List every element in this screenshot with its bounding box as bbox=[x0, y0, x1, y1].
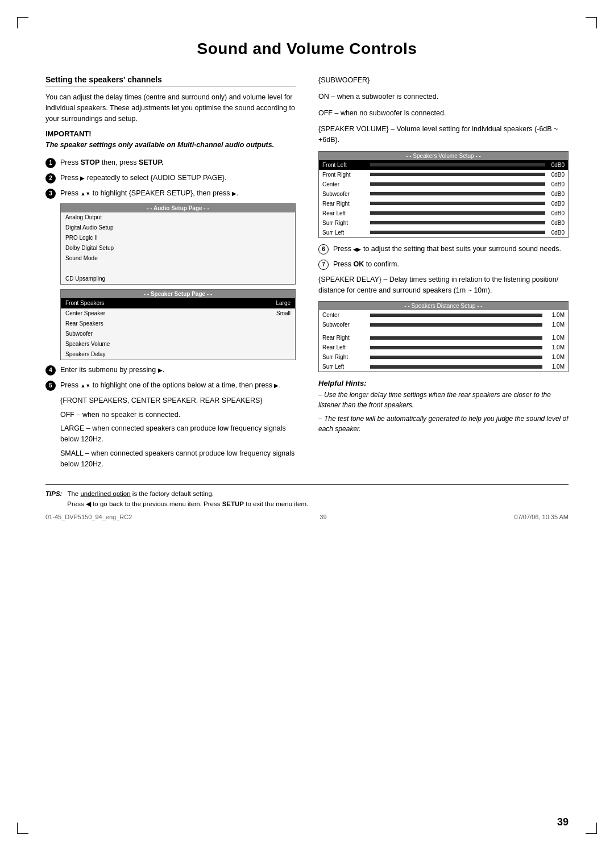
menu-blank bbox=[61, 264, 295, 274]
page-title: Sound and Volume Controls bbox=[45, 40, 569, 58]
step-1: 1 Press STOP then, press SETUP. bbox=[45, 157, 296, 168]
dist-row-center: Center 1.0M bbox=[319, 310, 568, 320]
helpful-hints-section: Helpful Hints: – Use the longer delay ti… bbox=[318, 379, 569, 434]
section-heading: Setting the speakers' channels bbox=[45, 75, 296, 86]
step-num-2: 2 bbox=[45, 173, 56, 183]
step-6: 6 Press to adjust the setting that best … bbox=[318, 244, 569, 254]
menu-sound-mode: Sound Mode bbox=[61, 253, 295, 264]
step-7: 7 Press OK to confirm. bbox=[318, 259, 569, 270]
front-speakers-heading: {FRONT SPEAKERS, CENTER SPEAKER, REAR SP… bbox=[60, 395, 296, 406]
left-column: Setting the speakers' channels You can a… bbox=[45, 75, 296, 473]
step-num-3: 3 bbox=[45, 189, 56, 199]
menu-cd-upsampling: CD Upsampling bbox=[61, 274, 295, 284]
step-3: 3 Press to highlight {SPEAKER SETUP}, th… bbox=[45, 188, 296, 199]
corner-mark-tl bbox=[17, 17, 28, 28]
vol-row-subwoofer: Subwoofer 0dB0 bbox=[319, 189, 568, 199]
front-speakers-off: OFF – when no speaker is connected. bbox=[60, 410, 296, 420]
speaker-delay-text: {SPEAKER DELAY} – Delay times setting in… bbox=[318, 274, 569, 296]
menu-subwoofer: Subwoofer bbox=[61, 329, 295, 339]
tips-bar: TIPS: The underlined option is the facto… bbox=[45, 484, 569, 509]
menu-front-speakers: Front Speakers Large bbox=[61, 298, 295, 308]
subwoofer-off: OFF – when no subwoofer is connected. bbox=[318, 108, 569, 119]
footer: 01-45_DVP5150_94_eng_RC2 39 07/07/06, 10… bbox=[45, 514, 569, 520]
speaker-setup-header: - - Speaker Setup Page - - bbox=[61, 290, 295, 298]
speakers-distance-header: - - Speakers Distance Setup - - bbox=[319, 302, 568, 310]
dist-row-rear-left: Rear Left 1.0M bbox=[319, 343, 568, 352]
step-5-content: Press to highlight one of the options be… bbox=[60, 380, 296, 391]
dist-row-subwoofer: Subwoofer 1.0M bbox=[319, 320, 568, 329]
vol-row-surr-left: Surr Left 0dB0 bbox=[319, 228, 568, 237]
page-number: 39 bbox=[557, 816, 569, 828]
right-column: {SUBWOOFER} ON – when a subwoofer is con… bbox=[318, 75, 569, 434]
footer-center: 39 bbox=[320, 514, 326, 520]
step-num-1: 1 bbox=[45, 158, 56, 168]
step-num-5: 5 bbox=[45, 381, 56, 391]
menu-rear-speakers: Rear Speakers bbox=[61, 319, 295, 329]
important-text: The speaker settings only available on M… bbox=[45, 140, 296, 151]
helpful-hints-label: Helpful Hints: bbox=[318, 379, 569, 387]
step-num-6: 6 bbox=[318, 244, 329, 254]
speakers-volume-header: - - Speakers Volume Setup - - bbox=[319, 152, 568, 160]
menu-dolby: Dolby Digital Setup bbox=[61, 243, 295, 253]
speaker-volume-text: {SPEAKER VOLUME} – Volume level setting … bbox=[318, 124, 569, 145]
vol-row-front-right: Front Right 0dB0 bbox=[319, 170, 568, 180]
speakers-volume-table: - - Speakers Volume Setup - - Front Left… bbox=[318, 151, 569, 238]
helpful-hint-1: – Use the longer delay time settings whe… bbox=[318, 390, 569, 410]
step-4-content: Enter its submenu by pressing . bbox=[60, 365, 296, 375]
menu-analog-output: Analog Output bbox=[61, 212, 295, 223]
corner-mark-bl bbox=[17, 823, 28, 834]
step-2: 2 Press repeatedly to select {AUDIO SETU… bbox=[45, 173, 296, 183]
dist-row-rear-right: Rear Right 1.0M bbox=[319, 333, 568, 343]
step-num-7: 7 bbox=[318, 260, 329, 270]
step-2-content: Press repeatedly to select {AUDIO SETUP … bbox=[60, 173, 296, 183]
corner-mark-br bbox=[586, 823, 597, 834]
front-speakers-small: SMALL – when connected speakers cannot p… bbox=[60, 448, 296, 470]
dist-row-surr-left: Surr Left 1.0M bbox=[319, 362, 568, 372]
corner-mark-tr bbox=[586, 17, 597, 28]
step-4: 4 Enter its submenu by pressing . bbox=[45, 365, 296, 375]
vol-row-rear-left: Rear Left 0dB0 bbox=[319, 208, 568, 218]
vol-row-front-left: Front Left 0dB0 bbox=[319, 160, 568, 170]
menu-pro-logic: PRO Logic II bbox=[61, 233, 295, 243]
step-6-content: Press to adjust the setting that best su… bbox=[333, 244, 569, 254]
step-num-4: 4 bbox=[45, 365, 56, 375]
step-7-content: Press OK to confirm. bbox=[333, 259, 569, 270]
menu-center-speaker: Center Speaker Small bbox=[61, 308, 295, 319]
intro-text: You can adjust the delay times (centre a… bbox=[45, 92, 296, 124]
speakers-distance-table: - - Speakers Distance Setup - - Center 1… bbox=[318, 301, 569, 372]
helpful-hint-2: – The test tone will be automatically ge… bbox=[318, 414, 569, 434]
audio-setup-screen: - - Audio Setup Page - - Analog Output D… bbox=[60, 203, 296, 285]
vol-row-rear-right: Rear Right 0dB0 bbox=[319, 199, 568, 208]
menu-digital-audio: Digital Audio Setup bbox=[61, 223, 295, 233]
menu-speakers-delay: Speakers Delay bbox=[61, 349, 295, 360]
front-speakers-large: LARGE – when connected speakers can prod… bbox=[60, 423, 296, 445]
menu-speakers-volume: Speakers Volume bbox=[61, 339, 295, 349]
dist-row-surr-right: Surr Right 1.0M bbox=[319, 352, 568, 362]
footer-right: 07/07/06, 10:35 AM bbox=[515, 514, 569, 520]
tips-line1: The underlined option is the factory def… bbox=[67, 490, 214, 497]
step-3-content: Press to highlight {SPEAKER SETUP}, then… bbox=[60, 188, 296, 199]
subwoofer-heading: {SUBWOOFER} bbox=[318, 75, 569, 86]
vol-row-surr-right: Surr Right 0dB0 bbox=[319, 218, 568, 228]
footer-left: 01-45_DVP5150_94_eng_RC2 bbox=[45, 514, 132, 520]
step-1-content: Press STOP then, press SETUP. bbox=[60, 157, 296, 168]
subwoofer-on: ON – when a subwoofer is connected. bbox=[318, 91, 569, 102]
step-5: 5 Press to highlight one of the options … bbox=[45, 380, 296, 391]
tips-label: TIPS: bbox=[45, 490, 62, 497]
important-label: IMPORTANT! bbox=[45, 130, 296, 138]
tips-line2: Press ◀ to go back to the previous menu … bbox=[45, 500, 308, 507]
speaker-setup-screen: - - Speaker Setup Page - - Front Speaker… bbox=[60, 289, 296, 360]
vol-row-center: Center 0dB0 bbox=[319, 180, 568, 189]
audio-setup-header: - - Audio Setup Page - - bbox=[61, 204, 295, 212]
